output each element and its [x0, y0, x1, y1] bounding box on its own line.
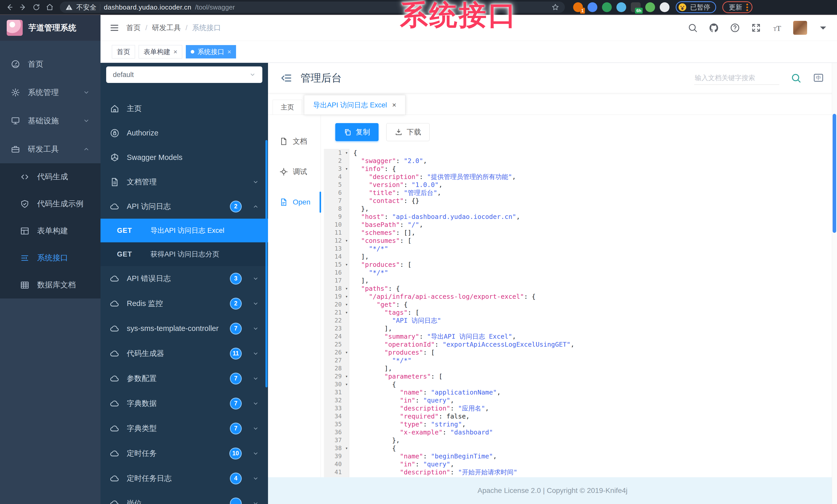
swagger-group-字典数据[interactable]: 字典数据 7: [101, 391, 268, 416]
fold-caret-icon: ▾: [345, 380, 348, 388]
line-number[interactable]: 30▾: [324, 380, 349, 388]
swagger-group-字典类型[interactable]: 字典类型 7: [101, 416, 268, 441]
chevron-down-icon: [83, 117, 90, 124]
count-badge: 7: [230, 373, 242, 385]
code-editor[interactable]: 1▾23▾456789101112▾131415▾161718▾19▾20▾21…: [324, 149, 837, 477]
fold-caret-icon: ▾: [345, 372, 348, 380]
extension-shield-icon[interactable]: [602, 2, 612, 12]
browser-back-button[interactable]: [4, 1, 16, 13]
extension-dark-icon[interactable]: 6h: [631, 2, 641, 12]
swagger-group-定时任务日志[interactable]: 定时任务日志 4: [101, 466, 268, 491]
fullscreen-icon[interactable]: [751, 23, 761, 33]
page-scrollbar[interactable]: [832, 63, 837, 504]
address-bar[interactable]: 不安全 dashboard.yudao.iocoder.cn /tool/swa…: [60, 2, 565, 13]
breadcrumb-item[interactable]: 首页: [126, 23, 141, 33]
swagger-group-岗位[interactable]: 岗位: [101, 491, 268, 504]
cloud-icon: [110, 274, 120, 283]
swagger-group-参数配置[interactable]: 参数配置 7: [101, 366, 268, 391]
swagger-group-Redis 监控[interactable]: Redis 监控 2: [101, 291, 268, 316]
swagger-group-代码生成器[interactable]: 代码生成器 11: [101, 341, 268, 366]
line-number[interactable]: 15▾: [324, 261, 349, 268]
browser-update-button[interactable]: 更新: [722, 1, 752, 13]
line-number[interactable]: 12▾: [324, 237, 349, 245]
search-icon[interactable]: [688, 23, 698, 33]
collapse-sidebar-icon[interactable]: [280, 72, 292, 84]
copy-button[interactable]: 复制: [335, 123, 378, 141]
code-line: "*/*": [353, 268, 837, 277]
app-logo[interactable]: 芋道管理系统: [0, 15, 101, 41]
bookmark-star-icon[interactable]: [551, 3, 559, 11]
close-icon[interactable]: ×: [392, 101, 396, 109]
font-size-icon[interactable]: TT: [772, 23, 782, 33]
chevron-down-icon: [249, 72, 256, 78]
doc-tab-导出API 访问日志 Excel[interactable]: 导出API 访问日志 Excel×: [304, 95, 405, 115]
side-tab-调试[interactable]: 调试: [268, 156, 321, 187]
browser-home-button[interactable]: [44, 1, 56, 13]
hamburger-icon[interactable]: [109, 23, 120, 33]
gear-icon: [11, 88, 20, 97]
extension-pin-icon[interactable]: [588, 2, 597, 12]
sidebar-item-数据库文档[interactable]: 数据库文档: [0, 272, 101, 298]
line-number[interactable]: 38▾: [324, 444, 349, 452]
operation-导出API 访问日志 Excel[interactable]: GET导出API 访问日志 Excel: [101, 219, 268, 242]
browser-menu-icon[interactable]: [746, 4, 748, 11]
download-button[interactable]: 下载: [386, 123, 430, 141]
scrollbar-thumb[interactable]: [833, 114, 836, 233]
sidebar-item-基础设施[interactable]: 基础设施: [0, 107, 101, 135]
side-tab-Open[interactable]: Open: [268, 187, 321, 217]
security-label[interactable]: 不安全: [76, 3, 96, 12]
tag-首页[interactable]: 首页: [112, 45, 135, 58]
help-icon[interactable]: [730, 23, 740, 33]
side-tab-文档[interactable]: 文档: [268, 126, 321, 156]
browser-reload-button[interactable]: [31, 1, 42, 13]
extension-grid-icon[interactable]: [617, 2, 626, 12]
swagger-group-API 错误日志[interactable]: API 错误日志 3: [101, 266, 268, 291]
sidebar-item-系统管理[interactable]: 系统管理: [0, 78, 101, 107]
language-icon[interactable]: 中: [813, 72, 824, 84]
sidebar-item-系统接口[interactable]: 系统接口: [0, 244, 101, 272]
search-icon[interactable]: [790, 73, 801, 83]
swagger-item-Swagger Models[interactable]: Swagger Models: [101, 145, 268, 170]
sidebar-scrollbar[interactable]: [265, 140, 267, 387]
sidebar-item-首页[interactable]: 首页: [0, 50, 101, 78]
tag-表单构建[interactable]: 表单构建×: [139, 45, 182, 58]
line-number[interactable]: 3▾: [324, 165, 349, 173]
sidebar-item-代码生成示例[interactable]: 代码生成示例: [0, 190, 101, 217]
sidebar-item-代码生成[interactable]: 代码生成: [0, 163, 101, 190]
sidebar-item-研发工具[interactable]: 研发工具: [0, 135, 101, 163]
line-number[interactable]: 21▾: [324, 309, 349, 317]
extension-leaf-icon[interactable]: [645, 2, 655, 12]
doc-tab-主页[interactable]: 主页: [273, 100, 302, 115]
swagger-item-文档管理[interactable]: 文档管理: [101, 170, 268, 194]
line-number[interactable]: 26▾: [324, 349, 349, 356]
line-number: 4: [324, 173, 349, 181]
browser-forward-button[interactable]: [17, 1, 29, 13]
tag-系统接口[interactable]: 系统接口×: [186, 45, 236, 58]
extension-star-icon[interactable]: [660, 2, 670, 12]
swagger-item-Authorize[interactable]: Authorize: [101, 121, 268, 145]
close-icon[interactable]: ×: [227, 49, 231, 55]
swagger-item-API 访问日志[interactable]: API 访问日志 2: [101, 194, 268, 219]
line-number[interactable]: 29▾: [324, 372, 349, 380]
api-group-select[interactable]: default: [106, 67, 262, 83]
code-line: "API 访问日志": [353, 317, 837, 324]
fold-caret-icon: ▾: [345, 237, 348, 245]
doc-search-input[interactable]: [694, 71, 779, 85]
line-number[interactable]: 1▾: [324, 149, 349, 157]
github-icon[interactable]: [709, 23, 719, 33]
breadcrumb-item[interactable]: 研发工具: [152, 23, 181, 33]
extension-orange-icon[interactable]: 1: [573, 2, 583, 12]
swagger-group-定时任务[interactable]: 定时任务 10: [101, 441, 268, 466]
line-number[interactable]: 20▾: [324, 301, 349, 309]
swagger-item-主页[interactable]: 主页: [101, 96, 268, 121]
browser-profile-chip[interactable]: 已暂停: [676, 1, 716, 13]
user-avatar[interactable]: [793, 21, 807, 35]
line-number[interactable]: 18▾: [324, 284, 349, 293]
chevron-down-icon[interactable]: [818, 23, 828, 33]
swagger-group-sys-sms-template-controller[interactable]: sys-sms-template-controller 7: [101, 316, 268, 341]
line-number[interactable]: 19▾: [324, 293, 349, 301]
line-number: 9: [324, 213, 349, 221]
close-icon[interactable]: ×: [174, 49, 177, 55]
operation-获得API 访问日志分页[interactable]: GET获得API 访问日志分页: [101, 242, 268, 266]
sidebar-item-表单构建[interactable]: 表单构建: [0, 217, 101, 244]
